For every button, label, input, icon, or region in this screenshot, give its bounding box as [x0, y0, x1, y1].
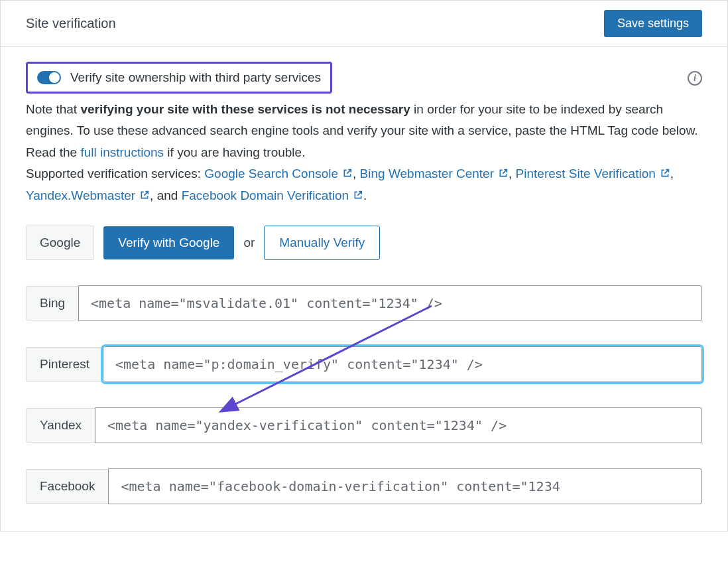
bing-input[interactable] — [78, 285, 702, 321]
yandex-input[interactable] — [95, 407, 702, 443]
bing-field-row: Bing — [26, 285, 702, 321]
external-link-icon — [342, 164, 353, 185]
yandex-label: Yandex — [26, 408, 95, 443]
panel-header: Site verification Save settings — [1, 1, 727, 47]
manually-verify-button[interactable]: Manually Verify — [264, 226, 380, 260]
pinterest-input[interactable] — [103, 346, 702, 382]
facebook-field-row: Facebook — [26, 468, 702, 504]
pinterest-field-row: Pinterest — [26, 346, 702, 382]
panel-body: Verify site ownership with third party s… — [1, 47, 727, 531]
external-link-icon — [353, 186, 363, 207]
link-google-search-console[interactable]: Google Search Console — [204, 167, 353, 180]
external-link-icon — [660, 164, 670, 185]
site-verification-panel: Site verification Save settings Verify s… — [0, 0, 728, 531]
verify-toggle-label: Verify site ownership with third party s… — [70, 70, 321, 85]
or-separator: or — [243, 236, 255, 250]
supported-prefix: Supported verification services: — [26, 167, 204, 180]
external-link-icon — [139, 186, 150, 207]
facebook-label: Facebook — [26, 469, 108, 504]
verify-toggle[interactable] — [37, 71, 61, 84]
save-settings-button[interactable]: Save settings — [604, 10, 702, 37]
fields-container: Google Verify with Google or Manually Ve… — [26, 226, 702, 504]
description-text: Note that verifying your site with these… — [26, 99, 702, 207]
link-bing-webmaster[interactable]: Bing Webmaster Center — [360, 167, 509, 180]
link-yandex-webmaster[interactable]: Yandex.Webmaster — [26, 188, 150, 202]
verify-toggle-row: Verify site ownership with third party s… — [26, 62, 332, 94]
info-icon[interactable]: i — [688, 71, 702, 86]
verify-with-google-button[interactable]: Verify with Google — [103, 226, 234, 259]
link-facebook-verification[interactable]: Facebook Domain Verification — [182, 188, 363, 202]
google-field-row: Google Verify with Google or Manually Ve… — [26, 226, 702, 260]
facebook-input[interactable] — [108, 468, 702, 504]
link-pinterest-verification[interactable]: Pinterest Site Verification — [516, 167, 670, 180]
external-link-icon — [498, 164, 509, 185]
note-after-instr: if you are having trouble. — [164, 145, 305, 159]
full-instructions-link[interactable]: full instructions — [80, 145, 164, 159]
google-label: Google — [26, 226, 94, 260]
note-prefix: Note that — [26, 102, 80, 116]
note-bold: verifying your site with these services … — [80, 102, 410, 116]
yandex-field-row: Yandex — [26, 407, 702, 443]
pinterest-label: Pinterest — [26, 347, 103, 382]
panel-title: Site verification — [26, 16, 116, 31]
bing-label: Bing — [26, 286, 78, 320]
